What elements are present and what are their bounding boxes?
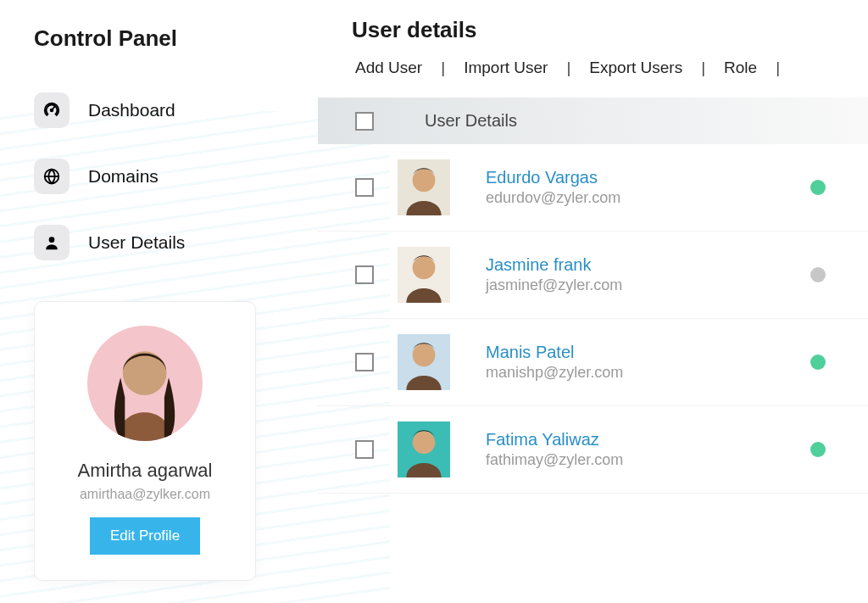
user-info: Fatima Yaliwazfathimay@zyler.com <box>486 430 810 469</box>
page-title: User details <box>352 17 868 43</box>
profile-email: amirthaa@zylker.com <box>52 487 238 502</box>
table-row: Fatima Yaliwazfathimay@zyler.com <box>318 406 868 494</box>
user-name-link[interactable]: Edurdo Vargas <box>486 168 810 187</box>
action-bar: Add User | Import User | Export Users | … <box>352 59 868 77</box>
action-export-users[interactable]: Export Users <box>586 59 686 77</box>
svg-point-5 <box>413 256 436 279</box>
status-dot <box>810 180 826 195</box>
action-separator: | <box>441 59 445 77</box>
user-email: fathimay@zyler.com <box>486 451 810 469</box>
sidebar-item-dashboard[interactable]: Dashboard <box>34 77 267 143</box>
gauge-icon <box>34 92 70 128</box>
status-dot <box>810 355 826 370</box>
action-import-user[interactable]: Import User <box>460 59 551 77</box>
globe-icon <box>34 159 70 194</box>
sidebar-item-label: Dashboard <box>88 100 175 120</box>
user-avatar <box>398 334 450 390</box>
svg-point-2 <box>49 237 55 243</box>
svg-point-7 <box>413 431 436 454</box>
user-info: Jasmine frankjasminef@zyler.com <box>486 255 810 294</box>
svg-point-6 <box>413 343 436 366</box>
profile-name: Amirtha agarwal <box>52 460 238 482</box>
user-avatar <box>398 422 450 477</box>
sidebar-item-label: User Details <box>88 232 185 253</box>
svg-point-3 <box>123 351 167 395</box>
table-header: User Details <box>318 98 868 144</box>
table-row: Jasmine frankjasminef@zyler.com <box>318 232 868 319</box>
column-header-user-details: User Details <box>425 111 517 131</box>
user-name-link[interactable]: Jasmine frank <box>486 255 810 275</box>
select-all-checkbox[interactable] <box>355 112 374 131</box>
user-table: User Details Edurdo Vargasedurdov@zyler.… <box>318 98 868 494</box>
table-row: Manis Patelmanishp@zyler.com <box>318 319 868 406</box>
row-checkbox[interactable] <box>355 440 374 459</box>
status-dot <box>810 442 826 457</box>
user-avatar <box>398 159 450 215</box>
user-email: edurdov@zyler.com <box>486 189 810 207</box>
row-checkbox[interactable] <box>355 178 374 197</box>
sidebar-item-label: Domains <box>88 166 159 187</box>
user-email: jasminef@zyler.com <box>486 276 810 294</box>
user-icon <box>34 225 70 260</box>
table-row: Edurdo Vargasedurdov@zyler.com <box>318 144 868 232</box>
action-separator: | <box>776 59 780 77</box>
profile-card: Amirtha agarwal amirthaa@zylker.com Edit… <box>34 301 256 581</box>
user-email: manishp@zyler.com <box>486 364 810 382</box>
sidebar: Control Panel Dashboard Domains <box>0 0 292 603</box>
profile-avatar <box>87 326 203 441</box>
action-separator: | <box>701 59 705 77</box>
sidebar-title: Control Panel <box>34 25 267 52</box>
row-checkbox[interactable] <box>355 353 374 371</box>
edit-profile-button[interactable]: Edit Profile <box>90 517 200 555</box>
action-separator: | <box>566 59 570 77</box>
sidebar-item-domains[interactable]: Domains <box>34 143 267 209</box>
sidebar-item-user-details[interactable]: User Details <box>34 209 267 276</box>
user-name-link[interactable]: Manis Patel <box>486 343 810 362</box>
main-content: User details Add User | Import User | Ex… <box>292 0 868 603</box>
row-checkbox[interactable] <box>355 265 374 284</box>
user-info: Edurdo Vargasedurdov@zyler.com <box>486 168 810 207</box>
user-info: Manis Patelmanishp@zyler.com <box>486 343 810 382</box>
svg-point-4 <box>413 169 436 192</box>
status-dot <box>810 267 826 282</box>
user-name-link[interactable]: Fatima Yaliwaz <box>486 430 810 449</box>
action-add-user[interactable]: Add User <box>352 59 426 77</box>
user-avatar <box>398 247 450 303</box>
action-role[interactable]: Role <box>721 59 760 77</box>
svg-point-0 <box>51 109 53 112</box>
